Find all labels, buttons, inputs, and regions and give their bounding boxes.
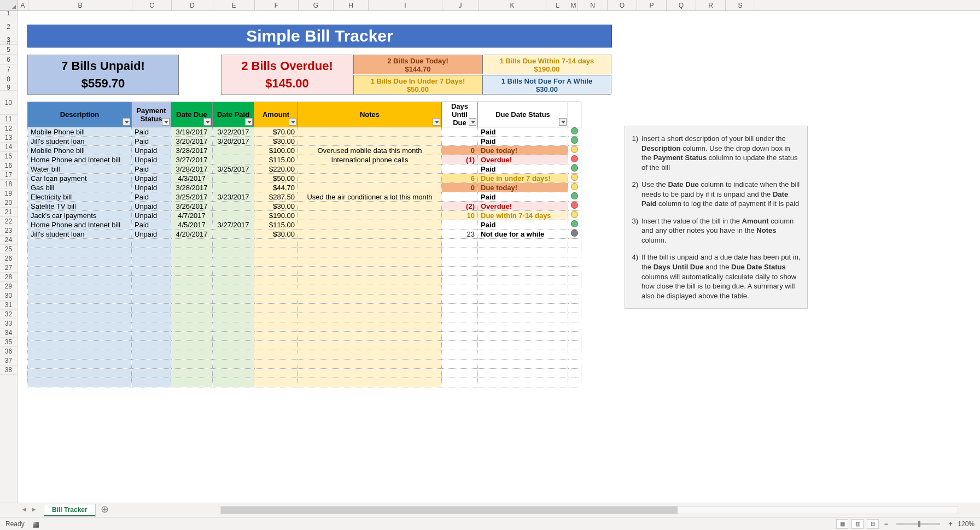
cell-payment-status[interactable] bbox=[132, 332, 171, 341]
row-header[interactable]: 23 bbox=[0, 226, 17, 235]
cell-amount[interactable] bbox=[254, 304, 298, 313]
cell-date-paid[interactable] bbox=[213, 248, 254, 257]
cell-notes[interactable]: International phone calls bbox=[298, 155, 442, 164]
column-header[interactable]: Q bbox=[667, 0, 696, 10]
cell-date-due[interactable] bbox=[171, 369, 213, 378]
cell-amount[interactable] bbox=[254, 350, 298, 360]
cell-notes[interactable] bbox=[298, 137, 442, 146]
cell-payment-status[interactable]: Paid bbox=[132, 137, 171, 146]
cell-description[interactable]: Car loan payment bbox=[28, 174, 132, 183]
cell-amount[interactable]: $50.00 bbox=[254, 174, 298, 183]
cell-description[interactable]: Jill's student loan bbox=[28, 137, 132, 146]
row-header[interactable]: 31 bbox=[0, 301, 17, 310]
row-header[interactable]: 13 bbox=[0, 133, 17, 143]
cell-days-until-due[interactable] bbox=[442, 285, 478, 295]
cell-description[interactable]: Gas bill bbox=[28, 183, 132, 192]
cell-notes[interactable] bbox=[298, 285, 442, 295]
cell-description[interactable]: Mobile Phone bill bbox=[28, 146, 132, 155]
row-header[interactable]: 25 bbox=[0, 245, 17, 254]
column-header[interactable]: N bbox=[578, 0, 608, 10]
filter-icon[interactable] bbox=[289, 118, 296, 126]
cell-due-date-status[interactable]: Due within 7-14 days bbox=[478, 211, 568, 220]
row-header[interactable]: 35 bbox=[0, 338, 17, 347]
cell-payment-status[interactable] bbox=[132, 257, 171, 267]
cell-notes[interactable] bbox=[298, 248, 442, 257]
cell-description[interactable]: Mobile Phone bill bbox=[28, 127, 132, 137]
cell-days-until-due[interactable] bbox=[442, 276, 478, 285]
cell-description[interactable] bbox=[28, 285, 132, 295]
column-header[interactable]: P bbox=[637, 0, 667, 10]
cell-days-until-due[interactable]: 23 bbox=[442, 229, 478, 239]
cell-due-date-status[interactable] bbox=[478, 369, 568, 378]
cell-days-until-due[interactable]: (1) bbox=[442, 155, 478, 164]
th-payment-status[interactable]: Payment Status bbox=[132, 102, 171, 127]
cell-notes[interactable] bbox=[298, 257, 442, 267]
cell-date-due[interactable]: 3/19/2017 bbox=[171, 127, 213, 137]
filter-icon[interactable] bbox=[245, 118, 253, 126]
cell-date-due[interactable] bbox=[171, 332, 213, 341]
column-header[interactable]: A bbox=[18, 0, 28, 10]
cell-date-paid[interactable] bbox=[213, 202, 254, 211]
cell-payment-status[interactable]: Unpaid bbox=[132, 211, 171, 220]
cell-days-until-due[interactable] bbox=[442, 350, 478, 360]
row-header[interactable]: 6 bbox=[0, 55, 17, 64]
cell-days-until-due[interactable] bbox=[442, 360, 478, 369]
row-header[interactable]: 24 bbox=[0, 235, 17, 245]
cell-date-paid[interactable] bbox=[213, 146, 254, 155]
cell-date-paid[interactable] bbox=[213, 322, 254, 332]
cell-notes[interactable] bbox=[298, 239, 442, 248]
cell-payment-status[interactable]: Unpaid bbox=[132, 229, 171, 239]
cell-due-date-status[interactable] bbox=[478, 285, 568, 295]
cell-date-paid[interactable] bbox=[213, 239, 254, 248]
spreadsheet-grid[interactable]: Simple Bill Tracker 7 Bills Unpaid! $559… bbox=[18, 11, 980, 503]
cell-date-due[interactable]: 4/5/2017 bbox=[171, 220, 213, 229]
cell-amount[interactable] bbox=[254, 369, 298, 378]
column-header[interactable]: K bbox=[479, 0, 546, 10]
cell-description[interactable]: Home Phone and Intenet bill bbox=[28, 155, 132, 164]
cell-date-due[interactable]: 3/20/2017 bbox=[171, 137, 213, 146]
cell-description[interactable] bbox=[28, 332, 132, 341]
column-header[interactable]: B bbox=[28, 0, 132, 10]
cell-description[interactable] bbox=[28, 304, 132, 313]
cell-date-paid[interactable] bbox=[213, 155, 254, 164]
cell-date-due[interactable] bbox=[171, 295, 213, 304]
cell-amount[interactable] bbox=[254, 285, 298, 295]
cell-due-date-status[interactable]: Overdue! bbox=[478, 155, 568, 164]
cell-notes[interactable] bbox=[298, 276, 442, 285]
cell-days-until-due[interactable] bbox=[442, 295, 478, 304]
cell-due-date-status[interactable] bbox=[478, 276, 568, 285]
filter-icon[interactable] bbox=[203, 118, 211, 126]
row-header[interactable]: 17 bbox=[0, 170, 17, 180]
cell-description[interactable]: Satelite TV bill bbox=[28, 202, 132, 211]
cell-date-paid[interactable] bbox=[213, 257, 254, 267]
cell-description[interactable] bbox=[28, 267, 132, 276]
row-header[interactable]: 7 bbox=[0, 64, 17, 74]
cell-due-date-status[interactable]: Paid bbox=[478, 137, 568, 146]
cell-description[interactable] bbox=[28, 360, 132, 369]
cell-amount[interactable] bbox=[254, 239, 298, 248]
cell-date-due[interactable]: 3/28/2017 bbox=[171, 164, 213, 174]
cell-amount[interactable]: $30.00 bbox=[254, 202, 298, 211]
row-header[interactable]: 38 bbox=[0, 366, 17, 375]
filter-icon[interactable] bbox=[162, 118, 170, 126]
row-header[interactable]: 9 bbox=[0, 84, 17, 91]
cell-due-date-status[interactable]: Paid bbox=[478, 220, 568, 229]
row-header[interactable]: 1 bbox=[0, 11, 17, 15]
th-notes[interactable]: Notes bbox=[298, 102, 442, 127]
cell-date-due[interactable]: 3/25/2017 bbox=[171, 192, 213, 202]
cell-due-date-status[interactable]: Not due for a while bbox=[478, 229, 568, 239]
cell-days-until-due[interactable] bbox=[442, 378, 478, 387]
cell-amount[interactable]: $44.70 bbox=[254, 183, 298, 192]
cell-description[interactable]: Electricity bill bbox=[28, 192, 132, 202]
cell-days-until-due[interactable] bbox=[442, 332, 478, 341]
cell-due-date-status[interactable] bbox=[478, 295, 568, 304]
cell-notes[interactable] bbox=[298, 127, 442, 137]
cell-date-due[interactable]: 4/20/2017 bbox=[171, 229, 213, 239]
cell-amount[interactable] bbox=[254, 378, 298, 387]
cell-date-paid[interactable] bbox=[213, 304, 254, 313]
cell-days-until-due[interactable] bbox=[442, 304, 478, 313]
cell-amount[interactable] bbox=[254, 341, 298, 350]
cell-payment-status[interactable] bbox=[132, 276, 171, 285]
cell-days-until-due[interactable]: 0 bbox=[442, 146, 478, 155]
cell-payment-status[interactable]: Unpaid bbox=[132, 202, 171, 211]
